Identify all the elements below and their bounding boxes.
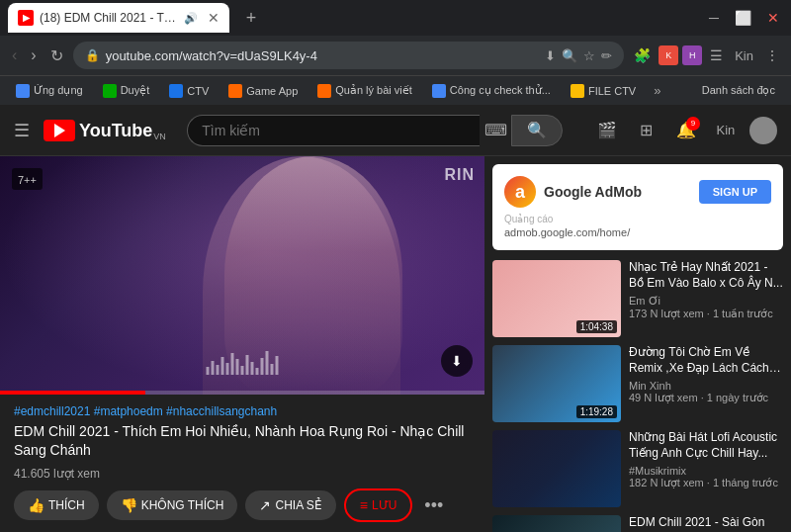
youtube-logo[interactable]: YouTube VN (44, 120, 166, 141)
rec-duration-0: 1:04:38 (576, 320, 617, 333)
dislike-label: KHÔNG THÍCH (141, 498, 224, 512)
vis-bar-14 (271, 364, 274, 375)
ad-title-block: Google AdMob (544, 184, 642, 200)
progress-track (0, 391, 484, 395)
rec-info-0: Nhạc Trẻ Hay Nhất 2021 - Bồ Em Vào Balo … (629, 260, 783, 337)
bookmark-duyet[interactable]: Duyệt (95, 81, 158, 101)
minimize-button[interactable]: ─ (705, 8, 723, 28)
more-options-icon[interactable]: ⋮ (761, 44, 783, 67)
ad-title: Google AdMob (544, 184, 642, 200)
recommended-video-3[interactable]: EDM Chill 2021 - Sài Gòn Đau Lòng Quá, Đ… (492, 515, 783, 532)
thumbs-down-icon: 👎 (121, 497, 137, 513)
dislike-button[interactable]: 👎 KHÔNG THÍCH (107, 490, 238, 520)
bookmark-game-app[interactable]: Game App (220, 81, 306, 101)
vis-bar-13 (266, 351, 269, 375)
progress-fill (0, 391, 145, 395)
bookmark-ctv[interactable]: CTV (161, 81, 217, 101)
channel-tag: 7++ (12, 168, 43, 190)
video-actions: 👍 THÍCH 👎 KHÔNG THÍCH ↗ CHIA SẺ ≡ (14, 488, 471, 522)
search-button[interactable]: 🔍 (511, 115, 563, 146)
like-button[interactable]: 👍 THÍCH (14, 490, 99, 520)
share-icon: ↗ (259, 497, 271, 513)
vis-bar-2 (212, 361, 215, 375)
channel-tag-text: 7++ (18, 174, 37, 186)
recommended-video-1[interactable]: 1:19:28 Đường Tôi Chờ Em Về Remix ,Xe Đạ… (492, 345, 783, 422)
share-button[interactable]: ↗ CHIA SẺ (245, 490, 335, 520)
hamburger-menu-icon[interactable]: ☰ (14, 120, 30, 141)
tab-close-button[interactable]: ✕ (208, 10, 220, 26)
video-player[interactable]: RIN 7++ (0, 156, 484, 395)
star-icon[interactable]: ☆ (583, 48, 595, 63)
bookmark-ctv-label: CTV (187, 85, 209, 97)
video-camera-icon[interactable]: 🎬 (591, 115, 623, 146)
bookmark-apps[interactable]: Ứng dụng (8, 81, 91, 101)
kin-label: Kin (731, 44, 757, 67)
vis-bar-10 (251, 362, 254, 375)
share-label: CHIA SẺ (275, 498, 321, 512)
youtube-play-triangle (54, 124, 65, 137)
bookmark-quan-ly[interactable]: Quản lý bài viết (309, 81, 420, 101)
forward-button[interactable]: › (27, 43, 40, 68)
reading-list-button[interactable]: Danh sách đọc (694, 81, 783, 100)
rec-title-1: Đường Tôi Chờ Em Về Remix ,Xe Đạp Lách C… (629, 345, 783, 376)
sidebar: a Google AdMob SIGN UP Quảng cáo admob.g… (484, 156, 791, 532)
rec-title-0: Nhạc Trẻ Hay Nhất 2021 - Bồ Em Vào Balo … (629, 260, 783, 291)
thumbs-up-icon: 👍 (28, 497, 44, 513)
search-input[interactable] (187, 115, 480, 146)
extensions-icon[interactable]: 🧩 (630, 44, 655, 67)
ad-container: a Google AdMob SIGN UP Quảng cáo admob.g… (492, 164, 783, 250)
save-label: LƯU (372, 498, 396, 512)
rec-channel-0: Em Ơi (629, 295, 783, 308)
address-input[interactable]: 🔒 youtube.com/watch?v=dUaS9LK4y-4 ⬇ 🔍 ☆ … (73, 42, 625, 69)
apps-grid-icon[interactable]: ⊞ (631, 115, 662, 146)
vis-bar-8 (241, 366, 244, 375)
edit-icon[interactable]: ✏ (601, 48, 612, 63)
bookmark-cong-cu[interactable]: Công cụ check thử... (424, 81, 559, 101)
progress-bar-container[interactable] (0, 391, 484, 395)
vis-bar-6 (231, 353, 234, 375)
refresh-button[interactable]: ↻ (46, 43, 67, 69)
cong-cu-favicon (432, 84, 446, 98)
tab-title: (18) EDM Chill 2021 - Thích ... (40, 11, 178, 25)
rec-title-2: Những Bài Hát Lofi Acoustic Tiếng Anh Cự… (629, 430, 783, 461)
download-button[interactable]: ⬇ (441, 345, 473, 377)
user-avatar[interactable] (749, 117, 777, 144)
search-icon[interactable]: 🔍 (562, 48, 577, 63)
rec-duration-1: 1:19:28 (576, 405, 617, 418)
bookmark-game-app-label: Game App (246, 85, 298, 97)
save-button[interactable]: ≡ LƯU (344, 488, 413, 522)
tab-audio-icon: 🔊 (184, 12, 198, 25)
search-bar: ⌨ 🔍 (187, 115, 563, 146)
bookmark-file-ctv-label: FILE CTV (588, 85, 636, 97)
rin-watermark: RIN (444, 166, 475, 184)
close-button[interactable]: ✕ (763, 8, 783, 28)
ext-icon-2[interactable]: H (682, 45, 702, 65)
bookmark-quan-ly-label: Quản lý bài viết (335, 84, 412, 97)
new-tab-button[interactable]: + (237, 4, 265, 32)
active-tab[interactable]: ▶ (18) EDM Chill 2021 - Thích ... 🔊 ✕ (8, 3, 229, 33)
bookmark-file-ctv[interactable]: FILE CTV (563, 81, 644, 101)
ad-url: admob.google.com/home/ (504, 226, 771, 238)
browser-frame: ▶ (18) EDM Chill 2021 - Thích ... 🔊 ✕ + … (0, 0, 791, 532)
recommended-video-2[interactable]: Những Bài Hát Lofi Acoustic Tiếng Anh Cự… (492, 430, 783, 507)
download-icon[interactable]: ⬇ (545, 48, 556, 63)
ad-logo-area: a Google AdMob (504, 176, 642, 208)
bookmarks-overflow-button[interactable]: » (648, 81, 666, 100)
keyboard-icon[interactable]: ⌨ (480, 115, 511, 146)
back-button[interactable]: ‹ (8, 43, 21, 68)
notifications-icon[interactable]: 🔔 9 (670, 115, 702, 146)
lock-icon: 🔒 (85, 48, 100, 62)
ext-icon-1[interactable]: K (659, 45, 678, 65)
maximize-button[interactable]: ⬜ (731, 8, 755, 28)
rec-info-2: Những Bài Hát Lofi Acoustic Tiếng Anh Cự… (629, 430, 783, 507)
ad-label: Quảng cáo (504, 214, 771, 224)
signup-button[interactable]: SIGN UP (699, 180, 771, 204)
admob-logo-icon: a (504, 176, 536, 208)
video-title: EDM Chill 2021 - Thích Em Hoi Nhiều, Nhà… (14, 422, 471, 461)
bookmark-icon[interactable]: ☰ (706, 44, 727, 67)
video-views: 41.605 lượt xem (14, 467, 471, 481)
more-actions-button[interactable]: ••• (424, 495, 443, 516)
recommended-video-0[interactable]: 1:04:38 Nhạc Trẻ Hay Nhất 2021 - Bồ Em V… (492, 260, 783, 337)
youtube-vn-label: VN (153, 132, 166, 141)
bookmark-apps-label: Ứng dụng (34, 84, 83, 97)
